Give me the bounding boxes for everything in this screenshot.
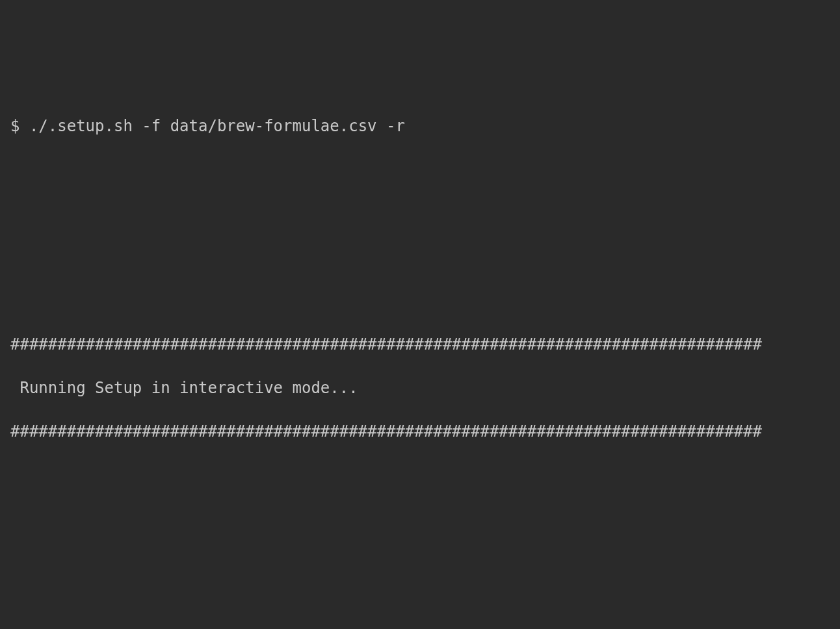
hash-divider: ########################################… <box>10 334 830 356</box>
hash-divider: ########################################… <box>10 421 830 443</box>
banner-message: Running Setup in interactive mode... <box>10 378 830 400</box>
terminal-output: $ ./.setup.sh -f data/brew-formulae.csv … <box>10 94 830 629</box>
command-text: ./.setup.sh -f data/brew-formulae.csv -r <box>29 117 405 135</box>
command-line: $ ./.setup.sh -f data/brew-formulae.csv … <box>10 116 830 138</box>
shell-prompt: $ <box>10 117 29 135</box>
